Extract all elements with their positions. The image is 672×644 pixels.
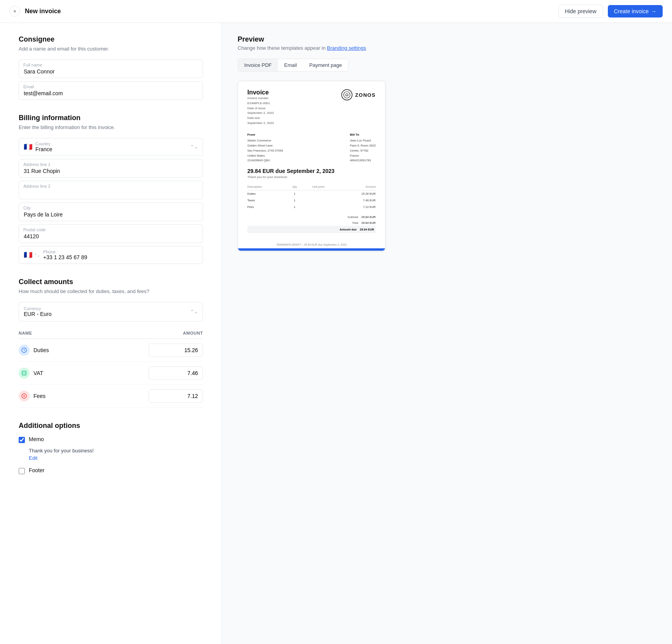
invoice-billto-phone: 4894219091783 — [350, 158, 376, 163]
additional-title: Additional options — [19, 422, 203, 430]
hide-preview-button[interactable]: Hide preview — [558, 5, 603, 18]
taxes-desc: Taxes — [247, 197, 288, 204]
consignee-section: Consignee Add a name and email for this … — [19, 35, 203, 100]
phone-value: +33 1 23 45 67 89 — [43, 254, 87, 260]
vat-row: VAT — [19, 362, 203, 385]
svg-point-5 — [346, 94, 348, 96]
zonos-logo-icon — [341, 89, 353, 101]
city-input[interactable] — [19, 202, 203, 221]
phone-text-group: Phone +33 1 23 45 67 89 — [43, 250, 198, 260]
branding-settings-link[interactable]: Branding settings — [327, 45, 366, 51]
billing-fields: 🇫🇷 Country France ⌃⌄ Address line 1 Addr… — [19, 138, 203, 264]
fees-amount: 7.12 EUR — [336, 204, 376, 210]
svg-point-4 — [344, 92, 350, 98]
fees-icon — [19, 391, 30, 401]
city-wrapper: City — [19, 202, 203, 221]
invoice-from-country: United States — [247, 154, 283, 159]
page-title: New invoice — [25, 8, 61, 15]
invoice-billto-address: Paris 9, Room 2823 — [350, 143, 376, 148]
subtotal-value: 29.84 EUR — [361, 215, 376, 219]
total-label: Total — [352, 221, 358, 225]
currency-value: EUR - Euro — [24, 311, 52, 317]
table-row: Fees 1 7.12 EUR — [247, 204, 376, 210]
email-input[interactable] — [19, 81, 203, 100]
preview-panel: Preview Change how these templates appea… — [222, 23, 672, 644]
vat-row-left: VAT — [19, 368, 43, 379]
duties-unit — [301, 190, 336, 197]
invoice-from-address: Golden Street Lane — [247, 143, 283, 148]
invoice-billto-label: Bill To — [350, 132, 376, 138]
taxes-amount: 7.46 EUR — [336, 197, 376, 204]
phone-flag-button[interactable]: 🇫🇷 ⌃⌄ — [24, 251, 40, 259]
postal-wrapper: Postal code — [19, 224, 203, 243]
billing-description: Enter the billing information for this i… — [19, 124, 203, 130]
consignee-description: Add a name and email for this customer. — [19, 46, 203, 52]
country-label: Country — [35, 141, 187, 146]
consignee-title: Consignee — [19, 35, 203, 44]
email-wrapper: Email — [19, 81, 203, 100]
edit-memo-link[interactable]: Edit — [29, 455, 203, 461]
currency-chevron-icon: ⌃⌄ — [190, 309, 198, 314]
footer-label: Footer — [29, 467, 44, 473]
currency-label: Currency — [24, 306, 52, 311]
header: × New invoice Hide preview Create invoic… — [0, 0, 672, 23]
preview-tabs: Invoice PDF Email Payment page — [238, 59, 348, 72]
billing-title: Billing information — [19, 114, 203, 122]
footer-row: Footer — [19, 467, 203, 474]
close-button[interactable]: × — [9, 6, 20, 17]
phone-field: 🇫🇷 ⌃⌄ Phone +33 1 23 45 67 89 — [19, 246, 203, 264]
zonos-logo-text: ZONOS — [355, 92, 376, 98]
invoice-from-label: From — [247, 132, 283, 138]
tab-invoice-pdf[interactable]: Invoice PDF — [238, 59, 278, 71]
fees-qty: 1 — [288, 204, 301, 210]
invoice-billto-col: Bill To Jean-Luc Picard Paris 9, Room 28… — [350, 132, 376, 163]
left-panel: Consignee Add a name and email for this … — [0, 23, 222, 644]
postal-input[interactable] — [19, 224, 203, 243]
country-text-group: Country France — [35, 141, 187, 152]
invoice-from-col: From Starter Commerce Golden Street Lane… — [247, 132, 283, 163]
invoice-details-row: From Starter Commerce Golden Street Lane… — [247, 132, 376, 163]
invoice-inner: Invoice Invoice number EXAMPLE-0001 Date… — [238, 81, 385, 241]
invoice-due-heading: 29.84 EUR due September 2, 2023 — [247, 168, 376, 174]
taxes-qty: 1 — [288, 197, 301, 204]
duties-qty: 1 — [288, 190, 301, 197]
vat-amount-input[interactable] — [149, 367, 203, 380]
duties-amount-input[interactable] — [149, 344, 203, 357]
currency-select[interactable]: Currency EUR - Euro ⌃⌄ — [19, 302, 203, 321]
duties-amount: 15.26 EUR — [336, 190, 376, 197]
address1-input[interactable] — [19, 159, 203, 178]
invoice-billto-country: France — [350, 154, 376, 159]
memo-checkbox[interactable] — [19, 437, 25, 443]
invoice-preview-card: Invoice Invoice number EXAMPLE-0001 Date… — [238, 81, 385, 251]
invoice-table-qty-header: Qty — [288, 183, 301, 190]
fees-desc: Fees — [247, 204, 288, 210]
duties-row: Duties — [19, 339, 203, 362]
address2-input[interactable] — [19, 181, 203, 199]
tab-email[interactable]: Email — [278, 59, 303, 71]
full-name-input[interactable] — [19, 59, 203, 78]
billing-section: Billing information Enter the billing in… — [19, 114, 203, 264]
invoice-table-desc-header: Description — [247, 183, 288, 190]
create-invoice-button[interactable]: Create invoice → — [608, 5, 663, 17]
duties-row-left: Duties — [19, 345, 49, 356]
invoice-title: Invoice — [247, 89, 274, 96]
amounts-list: Duties VAT — [19, 339, 203, 408]
tab-payment-page[interactable]: Payment page — [303, 59, 348, 71]
footer-checkbox[interactable] — [19, 468, 25, 474]
invoice-table-amount-header: Amount — [336, 183, 376, 190]
header-right: Hide preview Create invoice → — [558, 5, 663, 18]
additional-options-section: Additional options Memo Thank you for yo… — [19, 422, 203, 474]
invoice-from-id: 23-8439843 QBU — [247, 158, 283, 163]
fees-amount-input[interactable] — [149, 389, 203, 403]
phone-flag-icon: 🇫🇷 — [24, 251, 32, 259]
duties-name: Duties — [33, 347, 49, 353]
preview-description: Change how these templates appear in Bra… — [238, 45, 656, 51]
country-select[interactable]: 🇫🇷 Country France ⌃⌄ — [19, 138, 203, 156]
name-header: NAME — [19, 331, 32, 335]
invoice-number-label: Invoice number — [247, 96, 269, 100]
fees-name: Fees — [33, 393, 46, 399]
subtotal-label: Subtotal — [347, 215, 358, 219]
svg-point-3 — [342, 90, 352, 100]
currency-text-group: Currency EUR - Euro — [24, 306, 52, 317]
invoice-footer-text: 55A6695FD-DRAFT – 29.84 EUR due Septembe… — [238, 241, 385, 248]
